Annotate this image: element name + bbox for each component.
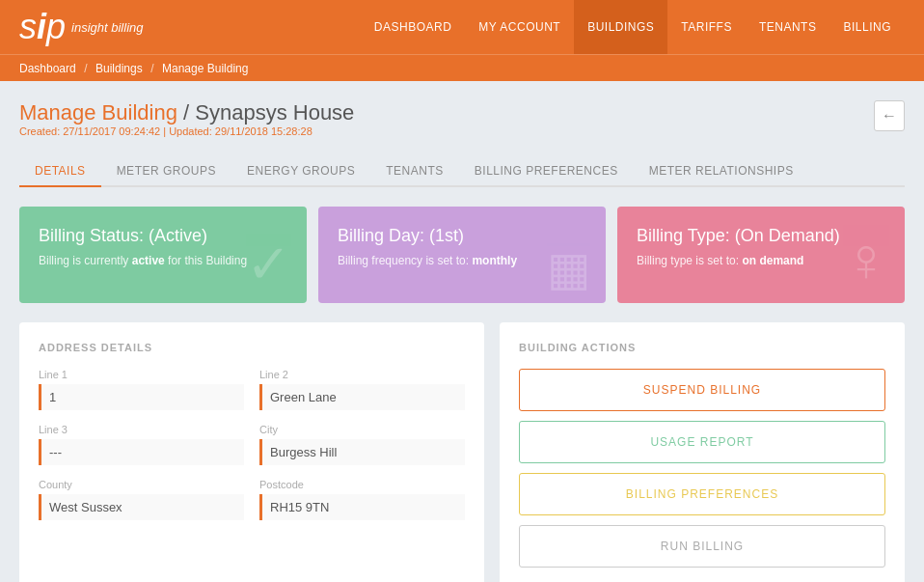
billing-status-prefix: Billing is currently [39,254,132,267]
tab-billing-preferences[interactable]: BILLING PREFERENCES [459,156,634,187]
page-title-sep: / [183,100,195,125]
billing-day-prefix: Billing frequency is set to: [338,254,472,267]
header: sip insight billing DASHBOARD MY ACCOUNT… [0,0,924,81]
breadcrumb: Dashboard / Buildings / Manage Building [0,54,924,81]
field-line3-input[interactable] [39,439,244,465]
logo-sip: sip [19,10,66,44]
nav-tenants[interactable]: TENANTS [746,0,830,54]
field-line2: Line 2 [259,369,465,410]
nav-buildings[interactable]: BUILDINGS [574,0,667,54]
address-row-1: Line 1 Line 2 [39,369,465,410]
page-meta: Created: 27/11/2017 09:24:42 | Updated: … [19,125,354,137]
tab-meter-relationships[interactable]: METER RELATIONSHIPS [634,156,809,187]
page-title-main: Synapsys House [195,100,354,125]
page-title: Manage Building / Synapsys House [19,100,354,125]
address-row-2: Line 3 City [39,424,465,465]
breadcrumb-sep-1: / [84,62,91,75]
field-line1: Line 1 [39,369,244,410]
tab-energy-groups[interactable]: ENERGY GROUPS [231,156,370,187]
nav-tariffs[interactable]: TARIFFS [667,0,746,54]
billing-type-highlight: on demand [742,254,803,267]
tab-details[interactable]: DETAILS [19,156,101,187]
billing-preferences-button[interactable]: BILLING PREFERENCES [519,473,885,515]
field-line1-label: Line 1 [39,369,244,380]
billing-day-icon: ▦ [547,241,590,295]
address-row-3: County Postcode [39,479,465,520]
billing-type-card: Billing Type: (On Demand) Billing type i… [617,207,905,303]
field-line1-input[interactable] [39,384,244,410]
field-county-label: County [39,479,244,490]
details-section: ADDRESS DETAILS Line 1 Line 2 Line 3 Cit… [19,322,905,582]
field-line2-label: Line 2 [259,369,465,380]
field-postcode-input[interactable] [259,494,465,520]
billing-status-card: Billing Status: (Active) Billing is curr… [19,207,307,303]
status-cards: Billing Status: (Active) Billing is curr… [19,207,905,303]
breadcrumb-dashboard[interactable]: Dashboard [19,62,76,75]
page-title-prefix: Manage Building [19,100,177,125]
field-line2-input[interactable] [259,384,465,410]
breadcrumb-sep-2: / [150,62,157,75]
tabs-bar: DETAILS METER GROUPS ENERGY GROUPS TENAN… [19,156,905,187]
nav-dashboard[interactable]: DASHBOARD [361,0,466,54]
logo-text: insight billing [71,20,143,35]
address-section: ADDRESS DETAILS Line 1 Line 2 Line 3 Cit… [19,322,484,582]
billing-type-prefix: Billing type is set to: [637,254,742,267]
breadcrumb-buildings[interactable]: Buildings [95,62,143,75]
page-title-row: Manage Building / Synapsys House Created… [19,100,905,152]
logo: sip insight billing [19,10,143,44]
usage-report-button[interactable]: USAGE REPORT [519,421,885,463]
actions-section: BUILDING ACTIONS SUSPEND BILLING USAGE R… [500,322,905,582]
main-content: Manage Building / Synapsys House Created… [0,81,924,582]
breadcrumb-current: Manage Building [162,62,248,75]
nav-billing[interactable]: BILLING [829,0,905,54]
address-section-title: ADDRESS DETAILS [39,342,465,353]
back-button[interactable]: ← [874,100,905,131]
billing-status-icon: ✓ [246,233,291,295]
billing-status-suffix: for this Building [165,254,247,267]
suspend-billing-button[interactable]: SUSPEND BILLING [519,369,885,411]
field-line3: Line 3 [39,424,244,465]
billing-day-highlight: monthly [472,254,517,267]
field-city: City [259,424,465,465]
billing-type-icon: ♀ [843,224,889,295]
field-county: County [39,479,244,520]
page-title-block: Manage Building / Synapsys House Created… [19,100,354,152]
field-postcode: Postcode [259,479,465,520]
tab-tenants[interactable]: TENANTS [370,156,459,187]
tab-meter-groups[interactable]: METER GROUPS [101,156,231,187]
field-city-label: City [259,424,465,435]
billing-status-highlight: active [132,254,165,267]
main-nav: DASHBOARD MY ACCOUNT BUILDINGS TARIFFS T… [361,0,905,54]
actions-section-title: BUILDING ACTIONS [519,342,885,353]
field-line3-label: Line 3 [39,424,244,435]
nav-my-account[interactable]: MY ACCOUNT [465,0,574,54]
run-billing-button[interactable]: RUN BILLING [519,525,885,568]
billing-day-card: Billing Day: (1st) Billing frequency is … [318,207,606,303]
field-county-input[interactable] [39,494,244,520]
field-postcode-label: Postcode [259,479,465,490]
field-city-input[interactable] [259,439,465,465]
